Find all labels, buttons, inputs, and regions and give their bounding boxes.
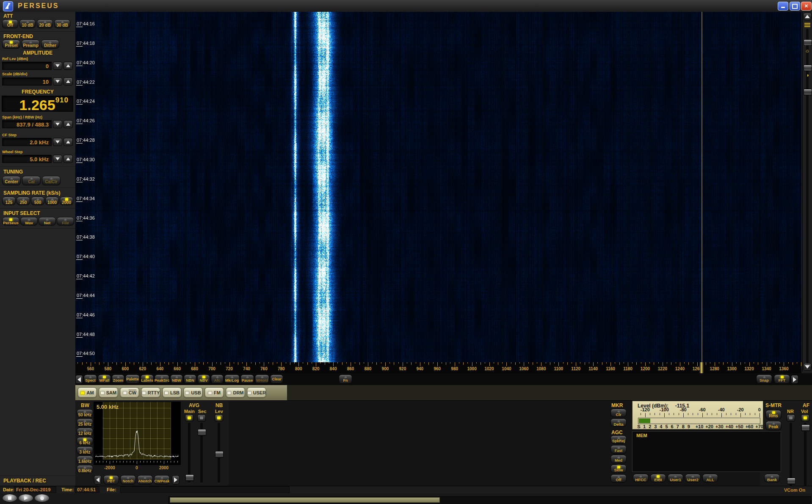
ref-lev-value[interactable]: 0 — [2, 62, 52, 70]
nb-lev-led-button[interactable] — [215, 414, 223, 421]
toolbar-button[interactable]: Spect — [84, 375, 97, 384]
bw-option-button[interactable]: 1.6kHz — [77, 456, 93, 464]
bw-option-button[interactable]: 0.8kHz — [77, 465, 93, 473]
contrast-slider-handle[interactable] — [804, 89, 812, 95]
agc-button[interactable]: Fast — [610, 445, 627, 454]
scale-down-button[interactable] — [53, 77, 62, 85]
nb-lev-slider[interactable] — [215, 423, 223, 483]
slider-handle[interactable] — [198, 429, 206, 436]
agc-button[interactable]: Med — [610, 455, 627, 463]
span-value[interactable]: 837.9 / 488.3 — [2, 120, 52, 128]
smtr-button[interactable]: Peak — [765, 421, 782, 430]
sampling-rate-button[interactable]: 125 — [2, 197, 16, 205]
front-end-button[interactable]: Preamp — [22, 40, 40, 49]
demod-mode-button[interactable]: FM — [204, 387, 224, 398]
demod-mode-button[interactable]: USB — [183, 387, 203, 398]
stop-button[interactable] — [2, 494, 17, 502]
slider-handle[interactable] — [215, 451, 224, 458]
toolbar-button[interactable]: Palette — [125, 375, 140, 384]
avg-sec-led-button[interactable] — [197, 414, 206, 421]
close-button[interactable]: ✕ — [801, 2, 812, 11]
toolbar-button[interactable]: Snap — [756, 375, 772, 384]
pbt-left-button[interactable] — [94, 475, 102, 485]
input-select-button[interactable]: Perseus — [2, 217, 19, 226]
mem-button[interactable]: HFCC — [633, 474, 649, 482]
input-select-button[interactable]: Wav — [20, 217, 38, 226]
ref-lev-up-button[interactable] — [64, 62, 73, 70]
span-up-button[interactable] — [64, 120, 73, 128]
agc-button[interactable]: Off — [610, 474, 627, 483]
avg-main-led-button[interactable] — [185, 414, 193, 421]
pbt-right-button[interactable] — [172, 475, 180, 485]
play-button[interactable] — [18, 494, 33, 502]
toolbar-button[interactable]: Zoom — [112, 375, 124, 384]
frequency-scale[interactable]: 5605806006206406606807007207407607808008… — [75, 362, 801, 373]
demod-mode-button[interactable]: CW — [120, 387, 139, 398]
demod-mode-button[interactable]: DRM — [226, 387, 245, 398]
maximize-button[interactable] — [790, 2, 800, 11]
input-select-button[interactable]: File — [57, 217, 74, 226]
att-button[interactable]: Off — [2, 19, 18, 28]
pbt-button[interactable]: ANotch — [137, 475, 153, 485]
wheel-step-up-button[interactable] — [64, 155, 73, 163]
bw-option-button[interactable]: 3 kHz — [77, 446, 93, 454]
scroll-up-button[interactable] — [803, 13, 812, 20]
ref-lev-down-button[interactable] — [53, 62, 62, 70]
af-vol-led-button[interactable] — [801, 414, 809, 421]
mkr-button[interactable]: Delta — [610, 419, 627, 427]
slider-handle[interactable] — [185, 474, 194, 481]
cf-step-down-button[interactable] — [53, 138, 62, 146]
front-end-button[interactable]: Presel — [2, 40, 20, 49]
mem-button[interactable]: EIBI — [650, 474, 666, 482]
front-end-button[interactable]: Dither — [41, 40, 59, 49]
sampling-rate-button[interactable]: 2000 — [60, 197, 73, 205]
toolbar-button[interactable]: MHold — [255, 375, 269, 384]
toolbar-button[interactable]: NBW — [170, 375, 183, 384]
pbt-button[interactable]: Notch — [120, 475, 136, 485]
tuning-button[interactable]: Center — [2, 176, 21, 185]
avg-main-slider[interactable] — [185, 423, 193, 483]
bank-button[interactable]: Bank — [764, 474, 780, 482]
toolbar-button[interactable]: NBN — [184, 375, 196, 384]
sampling-rate-button[interactable]: 1000 — [45, 197, 59, 205]
toolbar-button[interactable]: WFall — [98, 375, 111, 384]
scale-right-button[interactable] — [791, 375, 798, 384]
input-select-button[interactable]: Net — [39, 217, 56, 226]
waterfall-display[interactable]: 07:44:1607:44:1807:44:2007:44:2207:44:24… — [75, 12, 801, 362]
demod-mode-button[interactable]: LSB — [162, 387, 182, 398]
sampling-rate-button[interactable]: 500 — [31, 197, 44, 205]
att-button[interactable]: 20 dB — [37, 19, 53, 28]
bw-option-button[interactable]: 50 kHz — [77, 409, 93, 417]
span-down-button[interactable] — [53, 120, 62, 128]
af-vol-slider[interactable] — [801, 423, 809, 491]
agc-button[interactable]: SpkRej — [610, 435, 627, 444]
palette-slider-handle[interactable] — [804, 39, 812, 46]
playback-scrollbar[interactable] — [168, 496, 811, 504]
mem-button[interactable]: ALL — [702, 474, 718, 482]
tuning-button[interactable]: Cal — [22, 176, 41, 185]
toolbar-button[interactable]: Labels — [141, 375, 154, 384]
mem-button[interactable]: User2 — [685, 474, 701, 482]
frequency-display[interactable]: 1.265910 — [2, 96, 73, 112]
scale-left-button[interactable] — [75, 375, 83, 384]
memory-list[interactable]: MEM — [632, 431, 781, 472]
att-button[interactable]: 30 dB — [54, 19, 70, 28]
pbt-button[interactable]: CWPeak — [154, 475, 170, 485]
brightness-slider-handle[interactable] — [804, 65, 812, 71]
toolbar-button[interactable]: Pause — [240, 375, 254, 384]
slider-handle[interactable] — [787, 478, 795, 485]
cf-step-up-button[interactable] — [64, 138, 73, 146]
record-button[interactable] — [34, 494, 50, 502]
avg-sec-slider[interactable] — [198, 423, 205, 483]
demod-mode-button[interactable]: RTTY — [141, 387, 160, 398]
toolbar-button[interactable]: Afc — [211, 375, 224, 384]
att-button[interactable]: 10 dB — [19, 19, 36, 28]
demod-mode-button[interactable]: AM — [77, 387, 97, 398]
toolbar-button[interactable]: PeakSrc — [155, 375, 169, 384]
wheel-step-value[interactable]: 5.0 kHz — [2, 155, 52, 163]
toolbar-button[interactable]: MkrLog — [224, 375, 240, 384]
slider-handle[interactable] — [801, 424, 810, 431]
bw-option-button[interactable]: 12 kHz — [77, 428, 93, 436]
pbt-button[interactable]: PBT — [103, 475, 119, 485]
scale-value[interactable]: 10 — [2, 77, 52, 85]
